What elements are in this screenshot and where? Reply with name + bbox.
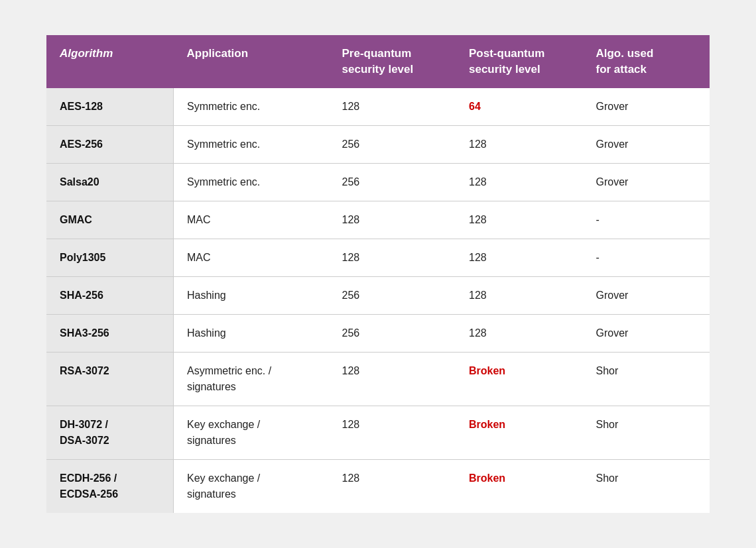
red-value: 64 <box>469 101 481 112</box>
table-body: AES-128Symmetric enc.12864GroverAES-256S… <box>46 88 710 513</box>
cell-application: Symmetric enc. <box>173 125 328 163</box>
cell-algo-attack: - <box>582 201 710 239</box>
cell-algorithm: SHA-256 <box>46 276 173 314</box>
table-row: GMACMAC128128- <box>46 201 710 239</box>
cell-application: Symmetric enc. <box>173 88 328 126</box>
cell-pre-quantum: 128 <box>329 406 456 459</box>
cell-algorithm: DH-3072 /DSA-3072 <box>46 406 173 459</box>
header-algorithm: Algorithm <box>46 35 173 88</box>
cell-post-quantum: 64 <box>456 88 582 126</box>
cell-post-quantum: Broken <box>456 406 582 459</box>
cell-post-quantum: 128 <box>456 125 582 163</box>
cell-application: Asymmetric enc. /signatures <box>173 352 328 406</box>
cell-pre-quantum: 128 <box>329 88 456 126</box>
main-table-container: Algorithm Application Pre-quantumsecurit… <box>46 35 710 513</box>
table-row: DH-3072 /DSA-3072Key exchange /signature… <box>46 406 710 459</box>
cell-pre-quantum: 256 <box>329 314 456 352</box>
table-row: SHA3-256Hashing256128Grover <box>46 314 710 352</box>
table-row: AES-256Symmetric enc.256128Grover <box>46 125 710 163</box>
cell-post-quantum: 128 <box>456 276 582 314</box>
red-value: Broken <box>469 472 505 484</box>
cell-algorithm: AES-128 <box>46 88 173 126</box>
cell-algorithm: RSA-3072 <box>46 352 173 406</box>
cell-algorithm: GMAC <box>46 201 173 239</box>
cell-pre-quantum: 128 <box>329 352 456 406</box>
red-value: Broken <box>469 365 505 376</box>
crypto-table: Algorithm Application Pre-quantumsecurit… <box>46 35 710 513</box>
table-row: Salsa20Symmetric enc.256128Grover <box>46 163 710 201</box>
table-row: Poly1305MAC128128- <box>46 239 710 276</box>
table-row: ECDH-256 /ECDSA-256Key exchange /signatu… <box>46 459 710 513</box>
cell-algo-attack: Grover <box>582 314 710 352</box>
cell-pre-quantum: 256 <box>329 125 456 163</box>
cell-post-quantum: 128 <box>456 314 582 352</box>
cell-pre-quantum: 256 <box>329 163 456 201</box>
table-row: SHA-256Hashing256128Grover <box>46 276 710 314</box>
cell-pre-quantum: 128 <box>329 201 456 239</box>
header-pre-quantum: Pre-quantumsecurity level <box>329 35 456 88</box>
cell-pre-quantum: 256 <box>329 276 456 314</box>
cell-application: Hashing <box>173 276 328 314</box>
cell-post-quantum: 128 <box>456 239 582 276</box>
cell-application: Symmetric enc. <box>173 163 328 201</box>
table-row: AES-128Symmetric enc.12864Grover <box>46 88 710 126</box>
cell-algorithm: Poly1305 <box>46 239 173 276</box>
cell-algo-attack: Shor <box>582 352 710 406</box>
cell-algo-attack: Grover <box>582 163 710 201</box>
cell-algo-attack: Grover <box>582 276 710 314</box>
cell-application: MAC <box>173 201 328 239</box>
cell-algorithm: AES-256 <box>46 125 173 163</box>
cell-algo-attack: Grover <box>582 88 710 126</box>
header-post-quantum: Post-quantumsecurity level <box>456 35 582 88</box>
cell-post-quantum: 128 <box>456 201 582 239</box>
cell-algo-attack: Grover <box>582 125 710 163</box>
red-value: Broken <box>469 419 505 430</box>
cell-application: Key exchange /signatures <box>173 459 328 513</box>
cell-post-quantum: Broken <box>456 352 582 406</box>
cell-application: Key exchange /signatures <box>173 406 328 459</box>
cell-pre-quantum: 128 <box>329 239 456 276</box>
cell-algorithm: SHA3-256 <box>46 314 173 352</box>
cell-application: Hashing <box>173 314 328 352</box>
table-row: RSA-3072Asymmetric enc. /signatures128Br… <box>46 352 710 406</box>
header-application: Application <box>173 35 328 88</box>
header-algo-attack: Algo. usedfor attack <box>582 35 710 88</box>
cell-algo-attack: Shor <box>582 406 710 459</box>
cell-algo-attack: - <box>582 239 710 276</box>
cell-post-quantum: 128 <box>456 163 582 201</box>
cell-algorithm: Salsa20 <box>46 163 173 201</box>
cell-algo-attack: Shor <box>582 459 710 513</box>
cell-pre-quantum: 128 <box>329 459 456 513</box>
cell-algorithm: ECDH-256 /ECDSA-256 <box>46 459 173 513</box>
table-header-row: Algorithm Application Pre-quantumsecurit… <box>46 35 710 88</box>
cell-application: MAC <box>173 239 328 276</box>
cell-post-quantum: Broken <box>456 459 582 513</box>
